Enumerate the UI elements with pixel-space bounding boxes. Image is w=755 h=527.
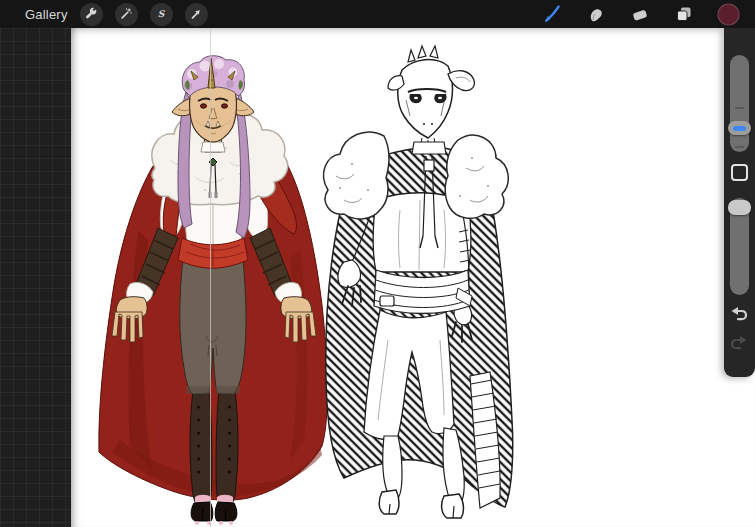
gallery-button[interactable]: Gallery bbox=[25, 7, 68, 22]
redo-icon bbox=[729, 333, 749, 353]
slider-tick bbox=[735, 146, 744, 148]
erase-button[interactable] bbox=[629, 3, 651, 25]
layers-button[interactable] bbox=[673, 3, 695, 25]
layers-icon bbox=[674, 4, 694, 24]
undo-button[interactable] bbox=[729, 304, 749, 324]
eraser-icon bbox=[630, 4, 650, 24]
drawing-canvas[interactable] bbox=[71, 28, 755, 527]
slider-tick bbox=[735, 107, 744, 109]
sidebar bbox=[724, 28, 755, 377]
brush-opacity-handle[interactable] bbox=[728, 200, 751, 215]
brush-size-handle[interactable] bbox=[728, 121, 751, 135]
paintbrush-icon bbox=[542, 4, 562, 24]
transform-button[interactable] bbox=[185, 3, 208, 26]
smudge-button[interactable] bbox=[585, 3, 607, 25]
paint-button[interactable] bbox=[541, 3, 563, 25]
wrench-icon bbox=[84, 7, 98, 21]
colored-figure bbox=[99, 56, 327, 525]
transform-arrow-icon bbox=[189, 7, 203, 21]
selection-s-icon: S bbox=[154, 7, 168, 21]
canvas-outside-area bbox=[0, 28, 71, 527]
redo-button[interactable] bbox=[729, 333, 749, 353]
magic-wand-icon bbox=[119, 7, 133, 21]
adjustments-button[interactable] bbox=[115, 3, 138, 26]
smudge-icon bbox=[586, 4, 606, 24]
toolbar: Gallery S bbox=[0, 0, 755, 28]
accent-bar bbox=[733, 126, 746, 131]
color-button[interactable] bbox=[717, 3, 739, 25]
artwork-svg bbox=[71, 28, 755, 527]
sketch-figure bbox=[324, 46, 513, 518]
brush-size-slider[interactable] bbox=[730, 55, 749, 152]
undo-icon bbox=[729, 304, 749, 324]
color-swatch bbox=[717, 3, 740, 26]
selection-button[interactable]: S bbox=[150, 3, 173, 26]
svg-text:S: S bbox=[158, 8, 166, 19]
actions-button[interactable] bbox=[80, 3, 103, 26]
modify-button[interactable] bbox=[731, 164, 748, 181]
symmetry-guide-line bbox=[210, 28, 211, 527]
